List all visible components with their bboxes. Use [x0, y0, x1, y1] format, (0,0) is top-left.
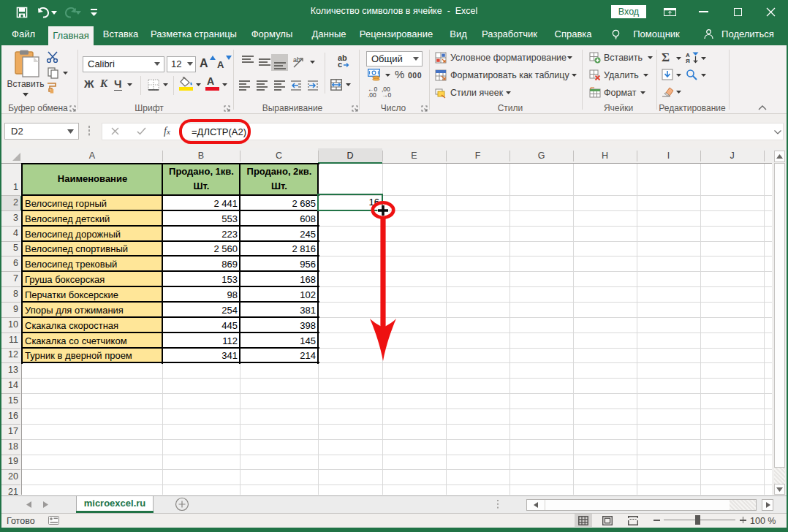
svg-text:,00: ,00 — [368, 91, 376, 98]
svg-text:ab: ab — [293, 56, 300, 64]
svg-text:Я: Я — [686, 58, 690, 64]
svg-text:→0: →0 — [382, 91, 392, 98]
svg-text:c: c — [338, 60, 342, 69]
